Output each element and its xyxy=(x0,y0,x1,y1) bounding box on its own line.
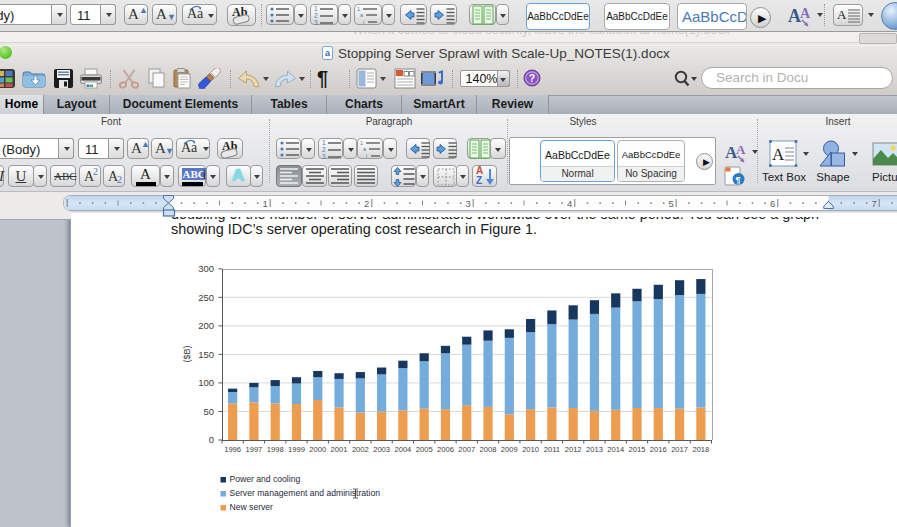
svg-text:New server: New server xyxy=(230,502,274,512)
svg-text:7: 7 xyxy=(872,198,877,209)
svg-text:2011: 2011 xyxy=(544,445,560,454)
svg-text:2016: 2016 xyxy=(650,445,667,454)
svg-text:2012: 2012 xyxy=(565,445,582,454)
svg-text:1997: 1997 xyxy=(245,445,262,454)
svg-text:1998: 1998 xyxy=(267,445,284,454)
svg-text:1: 1 xyxy=(314,5,318,12)
svg-text:1996: 1996 xyxy=(224,445,241,454)
svg-text:2007: 2007 xyxy=(458,445,475,454)
svg-text:a: a xyxy=(360,12,364,18)
svg-text:200: 200 xyxy=(198,320,214,331)
svg-text:2005: 2005 xyxy=(416,445,433,454)
svg-text:2009: 2009 xyxy=(501,445,518,454)
svg-text:50: 50 xyxy=(203,406,214,417)
svg-text:A: A xyxy=(800,6,811,21)
svg-text:a: a xyxy=(363,146,367,152)
svg-text:A: A xyxy=(772,145,785,164)
svg-text:3: 3 xyxy=(314,19,318,25)
svg-text:2006: 2006 xyxy=(437,445,454,454)
svg-text:6: 6 xyxy=(770,198,775,209)
svg-text:2: 2 xyxy=(314,12,318,19)
svg-text:250: 250 xyxy=(198,292,214,303)
svg-text:?: ? xyxy=(529,72,535,84)
svg-text:150: 150 xyxy=(198,349,214,360)
svg-text:A: A xyxy=(736,142,746,157)
svg-text:3: 3 xyxy=(466,198,471,209)
svg-text:2018: 2018 xyxy=(692,445,709,454)
svg-text:0: 0 xyxy=(209,434,214,445)
svg-text:100: 100 xyxy=(198,377,214,388)
svg-text:1: 1 xyxy=(263,198,268,209)
svg-text:2017: 2017 xyxy=(671,445,688,454)
svg-text:¶: ¶ xyxy=(736,175,741,185)
svg-text:2004: 2004 xyxy=(394,445,411,454)
svg-text:i: i xyxy=(366,153,367,159)
svg-text:2014: 2014 xyxy=(607,445,624,454)
svg-text:($B): ($B) xyxy=(182,345,192,362)
svg-text:3: 3 xyxy=(322,153,326,159)
svg-text:2: 2 xyxy=(322,146,326,153)
svg-text:1999: 1999 xyxy=(288,445,305,454)
svg-text:i: i xyxy=(363,19,364,25)
svg-text:2013: 2013 xyxy=(586,445,603,454)
svg-text:2010: 2010 xyxy=(522,445,539,454)
svg-text:2002: 2002 xyxy=(352,445,369,454)
svg-text:2015: 2015 xyxy=(629,445,646,454)
svg-text:5: 5 xyxy=(669,198,674,209)
svg-text:2: 2 xyxy=(364,198,369,209)
svg-text:Power and cooling: Power and cooling xyxy=(230,474,301,484)
svg-text:1: 1 xyxy=(322,139,326,146)
svg-text:2003: 2003 xyxy=(373,445,390,454)
svg-text:4: 4 xyxy=(567,198,572,209)
svg-text:2000: 2000 xyxy=(309,445,326,454)
svg-text:2008: 2008 xyxy=(480,445,497,454)
svg-text:300: 300 xyxy=(198,263,214,274)
svg-text:2001: 2001 xyxy=(331,445,348,454)
